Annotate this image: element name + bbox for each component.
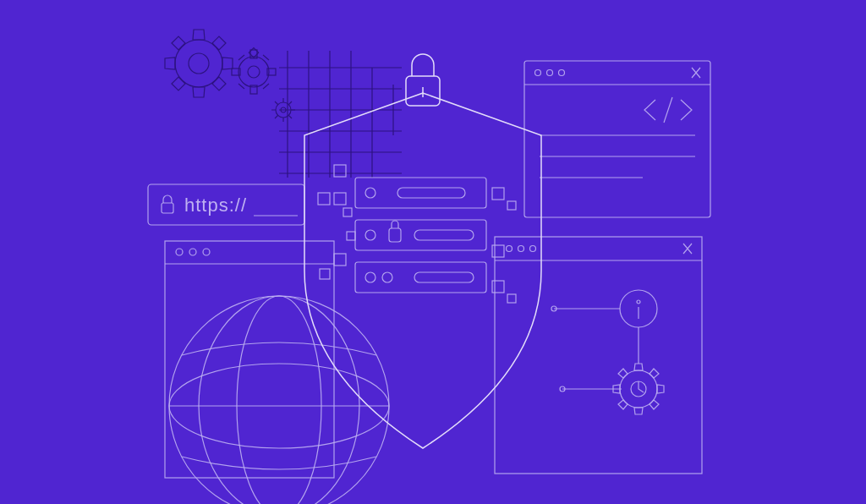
svg-point-58	[365, 272, 375, 282]
server-rack-3	[355, 262, 486, 293]
svg-point-21	[237, 296, 321, 504]
svg-point-2	[238, 57, 269, 87]
svg-point-1	[189, 53, 209, 74]
info-icon	[620, 290, 657, 327]
svg-point-39	[637, 300, 640, 304]
browser-window-left	[165, 241, 334, 478]
svg-rect-67	[492, 245, 504, 257]
code-tag-icon	[644, 97, 692, 123]
svg-rect-56	[414, 230, 474, 240]
svg-point-16	[176, 249, 183, 255]
svg-rect-53	[355, 220, 486, 250]
svg-point-3	[248, 66, 260, 78]
svg-point-28	[559, 70, 565, 76]
svg-point-27	[547, 70, 553, 76]
svg-rect-69	[320, 269, 330, 279]
globe-icon	[169, 296, 389, 504]
close-icon	[683, 244, 692, 254]
gear-large-icon	[165, 30, 233, 97]
url-text: https://	[184, 194, 247, 216]
svg-rect-57	[355, 262, 486, 293]
svg-rect-55	[389, 228, 401, 242]
svg-point-54	[365, 230, 375, 240]
svg-rect-62	[318, 193, 330, 205]
security-illustration: .thin { fill: none; stroke: #BEB0F2; str…	[0, 0, 866, 504]
url-address-bar: https://	[148, 184, 304, 225]
close-icon	[692, 68, 700, 78]
svg-rect-64	[343, 208, 352, 216]
code-window	[524, 61, 710, 217]
svg-rect-65	[492, 188, 504, 200]
padlock-small-icon	[162, 195, 173, 213]
svg-rect-14	[165, 241, 334, 478]
server-rack-2	[355, 220, 486, 250]
svg-point-19	[169, 296, 389, 504]
svg-point-35	[507, 246, 512, 252]
svg-point-51	[365, 188, 375, 198]
svg-rect-33	[495, 237, 702, 474]
svg-rect-71	[507, 294, 516, 303]
browser-window-right	[495, 237, 702, 474]
svg-rect-66	[507, 201, 516, 210]
svg-line-29	[664, 97, 672, 123]
connection-lines	[551, 306, 639, 392]
svg-point-22	[199, 296, 359, 504]
svg-point-36	[518, 246, 524, 252]
svg-rect-72	[347, 232, 355, 240]
svg-point-18	[203, 249, 210, 255]
svg-rect-52	[397, 188, 465, 198]
shield-icon	[304, 93, 541, 448]
gear-medium-icon	[232, 48, 276, 94]
svg-rect-63	[334, 193, 346, 205]
svg-rect-60	[414, 272, 474, 282]
svg-point-17	[189, 249, 196, 255]
svg-point-26	[535, 70, 541, 76]
svg-rect-12	[162, 203, 173, 213]
svg-rect-68	[334, 254, 346, 266]
svg-rect-50	[355, 178, 486, 208]
server-rack-1	[355, 178, 486, 208]
svg-rect-61	[334, 165, 346, 177]
svg-point-37	[530, 246, 536, 252]
padlock-large-icon	[406, 54, 440, 106]
svg-rect-70	[492, 281, 504, 293]
svg-point-59	[382, 272, 392, 282]
grid-pattern	[279, 51, 402, 178]
